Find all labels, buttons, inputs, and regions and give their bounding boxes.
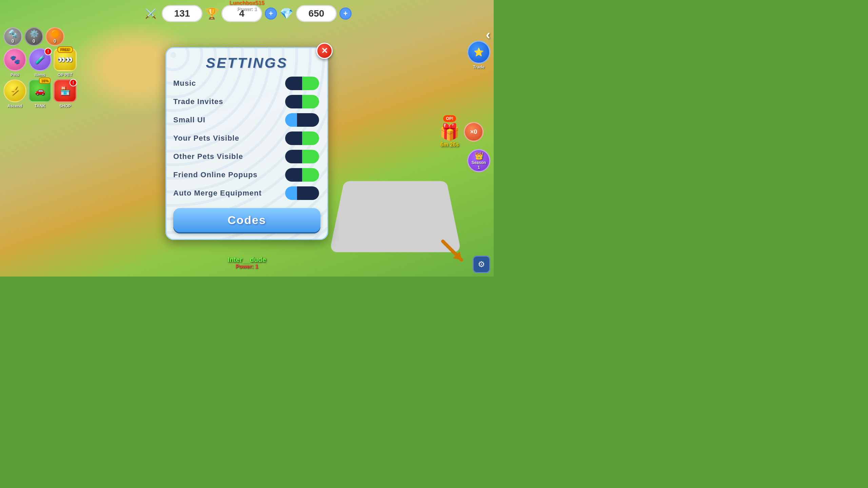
- music-toggle[interactable]: [285, 77, 319, 90]
- setting-music-label: Music: [173, 79, 196, 88]
- trade-invites-toggle[interactable]: [285, 95, 319, 108]
- settings-modal: SETTINGS ✕ Music Trade Invites Small UI …: [165, 47, 328, 240]
- setting-trade-invites-label: Trade Invites: [173, 97, 223, 106]
- setting-small-ui-row: Small UI: [173, 113, 319, 127]
- setting-other-pets-label: Other Pets Visible: [173, 152, 243, 161]
- close-icon: ✕: [321, 46, 328, 56]
- setting-your-pets-label: Your Pets Visible: [173, 134, 239, 143]
- friend-popups-toggle[interactable]: [285, 168, 319, 182]
- setting-small-ui-label: Small UI: [173, 116, 205, 124]
- setting-trade-invites-row: Trade Invites: [173, 95, 319, 108]
- setting-your-pets-row: Your Pets Visible: [173, 131, 319, 145]
- other-pets-toggle[interactable]: [285, 150, 319, 163]
- setting-friend-popups-label: Friend Online Popups: [173, 170, 258, 179]
- setting-auto-merge-row: Auto Merge Equipment: [173, 186, 319, 200]
- setting-friend-popups-row: Friend Online Popups: [173, 168, 319, 182]
- settings-list: Music Trade Invites Small UI Your Pets V…: [173, 77, 320, 205]
- close-button[interactable]: ✕: [316, 43, 333, 59]
- small-ui-toggle[interactable]: [285, 113, 319, 127]
- settings-title: SETTINGS: [173, 55, 320, 71]
- setting-music-row: Music: [173, 77, 319, 90]
- codes-button[interactable]: Codes: [173, 208, 320, 232]
- modal-overlay: SETTINGS ✕ Music Trade Invites Small UI …: [0, 0, 494, 277]
- setting-other-pets-row: Other Pets Visible: [173, 150, 319, 163]
- auto-merge-toggle[interactable]: [285, 186, 319, 200]
- your-pets-toggle[interactable]: [285, 131, 319, 145]
- setting-auto-merge-label: Auto Merge Equipment: [173, 189, 262, 198]
